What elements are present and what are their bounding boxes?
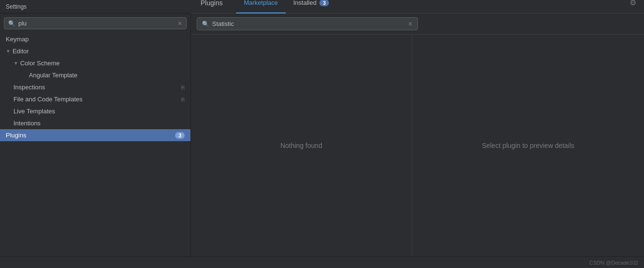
color-scheme-label: Color Scheme [20, 60, 60, 67]
bottom-bar: CSDN @Decade102 [0, 256, 644, 268]
editor-arrow-icon: ▼ [6, 49, 11, 54]
bottom-bar-credit: CSDN @Decade102 [589, 260, 638, 266]
sidebar-item-color-scheme[interactable]: ▼ Color Scheme [0, 57, 190, 69]
sidebar-search-input[interactable] [18, 20, 175, 27]
sidebar-item-file-code-templates[interactable]: File and Code Templates ⎘ [0, 93, 190, 105]
search-results-panel: Nothing found [191, 35, 412, 256]
app-container: Settings 🔍 ✕ Keymap ▼ Editor [0, 0, 644, 268]
content-panels: Nothing found Select plugin to preview d… [191, 35, 644, 256]
sidebar-search-icon: 🔍 [8, 20, 15, 27]
keymap-label: Keymap [6, 36, 29, 43]
sidebar-clear-icon[interactable]: ✕ [177, 20, 182, 27]
intentions-label: Intentions [13, 120, 40, 127]
main-layout: 🔍 ✕ Keymap ▼ Editor ▼ [0, 13, 644, 256]
sidebar-item-plugins[interactable]: Plugins 3 [0, 129, 190, 141]
plugins-title: Plugins [199, 0, 225, 7]
installed-tab-badge: 3 [319, 0, 329, 6]
gear-settings-btn[interactable]: ⚙ [630, 0, 636, 7]
sidebar-tree: Keymap ▼ Editor ▼ Color Scheme Angular T [0, 31, 190, 256]
title-bar-text: Settings [6, 3, 26, 10]
color-scheme-arrow-icon: ▼ [13, 61, 18, 66]
plugin-search-input[interactable] [212, 20, 405, 27]
inspections-label: Inspections [13, 84, 45, 91]
live-templates-label: Live Templates [13, 108, 55, 115]
sidebar-item-inspections[interactable]: Inspections ⎘ [0, 81, 190, 93]
plugin-preview-panel: Select plugin to preview details [412, 35, 644, 256]
plugin-search-clear-icon[interactable]: ✕ [408, 21, 413, 27]
select-plugin-text: Select plugin to preview details [482, 142, 574, 149]
editor-label: Editor [13, 48, 29, 55]
plugins-label: Plugins [6, 132, 26, 139]
tab-installed-btn[interactable]: Installed 3 [286, 0, 337, 13]
sidebar-item-live-templates[interactable]: Live Templates [0, 105, 190, 117]
plugin-search-box[interactable]: 🔍 ✕ [197, 17, 418, 30]
sidebar: 🔍 ✕ Keymap ▼ Editor ▼ [0, 13, 191, 256]
plugin-search-icon: 🔍 [202, 21, 209, 27]
marketplace-tab-text: Marketplace [244, 0, 278, 6]
sidebar-search-box[interactable]: 🔍 ✕ [4, 17, 187, 29]
installed-tab-text: Installed [293, 0, 316, 6]
plugin-search-area: 🔍 ✕ [191, 13, 644, 35]
tabs-row: Plugins Marketplace Installed 3 ⚙ [191, 0, 644, 13]
sidebar-item-intentions[interactable]: Intentions [0, 117, 190, 129]
file-code-templates-copy-icon: ⎘ [181, 97, 185, 102]
sidebar-item-angular-template[interactable]: Angular Template [0, 69, 190, 81]
sidebar-item-editor[interactable]: ▼ Editor [0, 45, 190, 57]
plugins-badge: 3 [175, 132, 185, 139]
tab-marketplace-btn[interactable]: Marketplace [236, 0, 286, 13]
nothing-found-text: Nothing found [280, 142, 322, 149]
sidebar-item-keymap[interactable]: Keymap [0, 33, 190, 45]
angular-template-label: Angular Template [29, 72, 77, 79]
inspections-copy-icon: ⎘ [181, 85, 185, 90]
file-code-templates-label: File and Code Templates [13, 96, 83, 103]
content-area: Plugins Marketplace Installed 3 ⚙ .tabs-… [191, 13, 644, 256]
